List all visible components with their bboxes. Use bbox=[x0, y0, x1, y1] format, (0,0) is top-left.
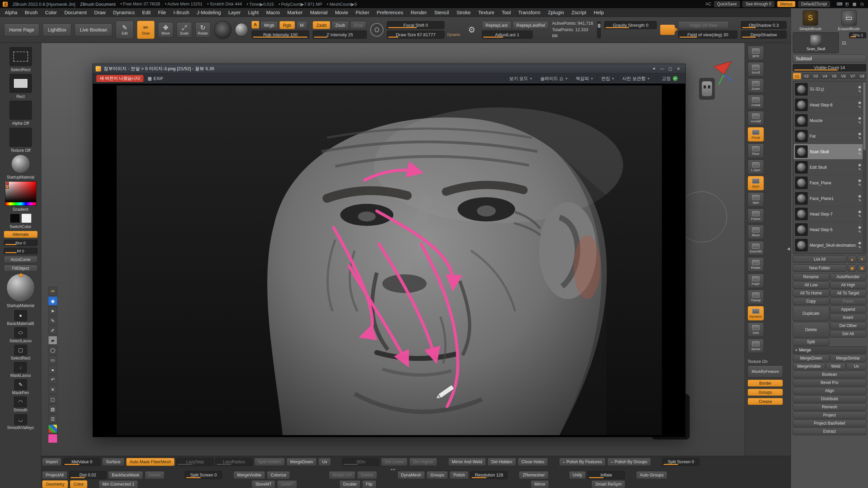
bevel-pro-button[interactable]: Bevel Pro bbox=[793, 379, 866, 386]
bottom-button[interactable]: MidValue 0 bbox=[63, 458, 100, 466]
alpha-badge[interactable]: A bbox=[252, 21, 259, 28]
polypaint-pen-icon[interactable]: ✎ bbox=[858, 152, 861, 156]
visibility-eye-icon[interactable]: ◉ bbox=[858, 116, 861, 120]
spix-slider[interactable]: SPix 3 bbox=[849, 32, 866, 38]
bottom-button[interactable]: MergeDown bbox=[287, 458, 317, 466]
viewer-menu-item[interactable]: 책갈피 ▾ bbox=[571, 76, 597, 82]
shelf-icon-button[interactable]: Spin bbox=[748, 192, 764, 207]
all-high-button[interactable]: All High bbox=[830, 281, 867, 289]
accucurve-button[interactable]: AccuCurve bbox=[4, 256, 38, 263]
menu-item[interactable]: Zscript bbox=[571, 10, 586, 15]
draw-tool-button[interactable]: ◯ bbox=[48, 346, 57, 354]
subtool-row[interactable]: Head Step-6 ◉ ✎ bbox=[794, 97, 863, 113]
z-intensity-slider[interactable]: Z Intensity 25 bbox=[313, 30, 367, 39]
visibility-eye-icon[interactable]: ◉ bbox=[858, 101, 861, 105]
subtool-row[interactable]: Fat ◉ ✎ bbox=[794, 128, 863, 144]
focal-shift-slider[interactable]: Focal Shift 0 bbox=[387, 21, 445, 29]
polypaint-pen-icon[interactable]: ✎ bbox=[858, 214, 861, 218]
bottom-button[interactable]: Polish By Features bbox=[559, 458, 606, 466]
draw-tool-button[interactable]: ▢ bbox=[48, 395, 57, 404]
window-control-icon[interactable]: ✕ bbox=[674, 65, 683, 72]
polypaint-pen-icon[interactable]: ✎ bbox=[858, 136, 861, 140]
bottom-button[interactable]: DynaMesh bbox=[397, 471, 425, 479]
bottom-button[interactable]: Polish By Groups bbox=[607, 458, 651, 466]
menu-item[interactable]: Macro bbox=[266, 10, 280, 15]
recent-item[interactable]: ◠ Smooth bbox=[14, 396, 27, 412]
adjust-last-slider[interactable]: AdjustLast 1 bbox=[482, 30, 533, 39]
all-to-home-button[interactable]: All To Home bbox=[793, 289, 829, 297]
copy-button[interactable]: Copy bbox=[793, 298, 829, 305]
bottom-button[interactable]: SDiv bbox=[342, 458, 379, 466]
draw-tool-button[interactable] bbox=[48, 424, 57, 433]
version-tab[interactable]: V8 bbox=[858, 73, 866, 79]
draw-tool-button[interactable]: ● bbox=[48, 365, 57, 374]
boolean-button[interactable]: Boolean bbox=[793, 371, 866, 378]
alternate-button[interactable]: Alternate bbox=[4, 231, 38, 238]
subtool-row[interactable]: Head Step-7 ◉ ✎ bbox=[794, 206, 863, 222]
polypaint-pen-icon[interactable]: ✎ bbox=[858, 121, 861, 125]
draw-tool-button[interactable]: ✐ bbox=[48, 326, 57, 335]
bottom-button[interactable]: Inflate bbox=[588, 471, 625, 479]
angle-of-view-button[interactable]: Angle Of View bbox=[678, 21, 729, 29]
groups-button[interactable]: Groups bbox=[748, 389, 783, 396]
texture-thumbnail[interactable] bbox=[9, 128, 32, 147]
field-of-view-slider[interactable]: Field of view(deg) 30 bbox=[678, 30, 737, 39]
menu-item[interactable]: Picker bbox=[356, 10, 369, 15]
version-tab[interactable]: V2 bbox=[802, 73, 810, 79]
draw-tool-button[interactable]: ☰ bbox=[48, 414, 57, 423]
shelf-icon-button[interactable]: BPR bbox=[748, 46, 764, 60]
shelf-icon-button[interactable]: AAHalf bbox=[748, 111, 764, 125]
recent-item[interactable]: ◌ MaskLasso bbox=[10, 362, 31, 378]
shelf-icon-button[interactable]: Dynamic bbox=[748, 306, 764, 321]
menu-item[interactable]: Texture bbox=[478, 10, 494, 15]
tray-icon[interactable]: ▦ bbox=[851, 1, 858, 7]
draw-tool-button[interactable]: ✎ bbox=[48, 316, 57, 325]
visibility-eye-icon[interactable]: ◉ bbox=[858, 241, 861, 245]
subtool-row[interactable]: Face_Plane ◉ ✎ bbox=[794, 175, 863, 190]
menu-item[interactable]: Tool bbox=[502, 10, 511, 15]
shelf-icon-button[interactable]: Xpose bbox=[748, 339, 764, 353]
menu-item[interactable]: Render bbox=[411, 10, 427, 15]
split-button[interactable]: Split bbox=[793, 338, 829, 346]
bottom-button[interactable]: Color bbox=[70, 480, 87, 488]
del-other-button[interactable]: Del Other bbox=[830, 322, 867, 329]
menu-item[interactable]: J-Modeling bbox=[197, 10, 221, 15]
gravity-strength-slider[interactable]: Gravity Strength 0 bbox=[604, 21, 657, 29]
see-through-slider[interactable]: See-through 0 bbox=[743, 1, 774, 7]
bottom-button[interactable]: LazyRadius bbox=[215, 458, 253, 466]
edit-button[interactable]: ✎ Edit bbox=[116, 21, 134, 39]
lightbox-button[interactable]: LightBox bbox=[43, 23, 71, 36]
mergesimilar-button[interactable]: MergeSimilar bbox=[830, 354, 867, 362]
visibility-eye-icon[interactable]: ◉ bbox=[858, 163, 861, 167]
subtool-row[interactable]: Edit Skull ◉ ✎ bbox=[794, 160, 863, 175]
bottom-button[interactable]: Unify bbox=[569, 471, 586, 479]
draw-tool-button[interactable]: ▤ bbox=[48, 405, 57, 413]
distribute-button[interactable]: Distribute bbox=[793, 395, 866, 403]
draw-tool-button[interactable]: ▰ bbox=[48, 336, 57, 345]
version-tab[interactable]: V3 bbox=[811, 73, 820, 79]
visibility-eye-icon[interactable]: ◉ bbox=[858, 194, 861, 198]
visibility-eye-icon[interactable]: ◉ bbox=[858, 132, 861, 136]
live-boolean-button[interactable]: Live Boolean bbox=[75, 23, 112, 36]
window-control-icon[interactable]: ▢ bbox=[666, 65, 674, 72]
menu-item[interactable]: Material bbox=[310, 10, 328, 15]
recent-item[interactable]: ● BasicMaterialB bbox=[7, 310, 34, 326]
subtool-row[interactable]: Muscle ◉ ✎ bbox=[794, 113, 863, 128]
version-tab[interactable]: V1 bbox=[793, 73, 801, 79]
axis-gizmo[interactable] bbox=[712, 60, 735, 87]
delete-button[interactable]: Delete bbox=[793, 322, 829, 338]
menu-item[interactable]: Marker bbox=[287, 10, 302, 15]
tray-icon[interactable]: ◷ bbox=[859, 1, 865, 7]
zsub-button[interactable]: Zsub bbox=[332, 21, 349, 29]
menu-item[interactable]: Transform bbox=[518, 10, 540, 15]
rf-slider[interactable]: Rf 0 bbox=[4, 248, 38, 254]
menu-item[interactable]: Layer bbox=[228, 10, 240, 15]
menu-item[interactable]: Alpha bbox=[5, 10, 17, 15]
subtool-palette-header[interactable]: Subtool bbox=[793, 55, 866, 63]
menu-item[interactable]: Document bbox=[64, 10, 87, 15]
bottom-button[interactable]: ProjectAll bbox=[42, 471, 67, 479]
material-thumbnail[interactable] bbox=[11, 155, 30, 174]
paste-button[interactable]: Paste bbox=[830, 298, 867, 305]
visibility-eye-icon[interactable]: ◉ bbox=[858, 179, 861, 183]
polypaint-pen-icon[interactable]: ✎ bbox=[858, 89, 861, 94]
